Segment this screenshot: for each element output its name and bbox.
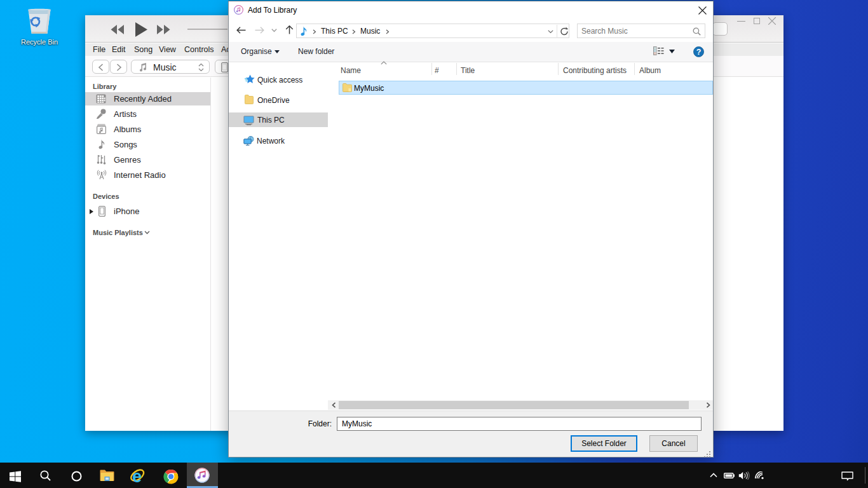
svg-text:e: e [132, 468, 142, 484]
svg-text:?: ? [696, 48, 702, 57]
